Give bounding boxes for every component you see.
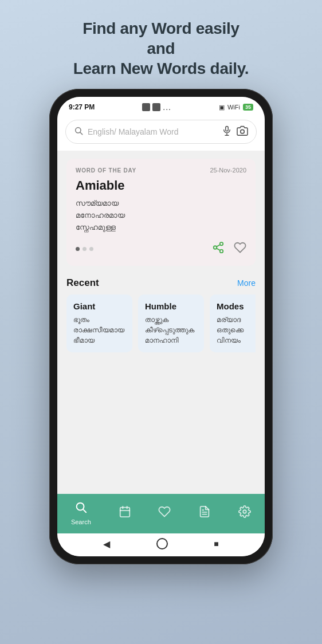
share-icon[interactable] [212, 241, 225, 257]
wotd-card: WORD OF THE DAY 25-Nov-2020 Amiable സൗമ്… [66, 159, 256, 266]
phone-screen: 9:27 PM ... ▣ WiFi 35 English/ Malayal [57, 97, 265, 556]
svg-line-10 [217, 245, 220, 247]
svg-point-5 [241, 129, 245, 133]
recent-card-modes[interactable]: Modes മര്യാദ ഒതുക്കെ വിനയം [210, 294, 256, 352]
android-nav: ◀ ■ [57, 533, 265, 556]
meaning-line1: സൗമ്യമായ [76, 199, 119, 207]
android-recent-btn[interactable]: ■ [214, 539, 218, 548]
wotd-date: 25-Nov-2020 [210, 167, 246, 174]
recent-title: Recent [66, 277, 99, 289]
phone-frame: 9:27 PM ... ▣ WiFi 35 English/ Malayal [49, 89, 273, 564]
notes-nav-icon [198, 505, 211, 521]
recent-meaning-humble: താഴ്ത്തുക കീഴ്പ്പെടുത്തുക മാനഹാനി [145, 315, 197, 345]
svg-line-12 [83, 509, 86, 512]
recent-card-humble[interactable]: Humble താഴ്ത്തുക കീഴ്പ്പെടുത്തുക മാനഹാനി [138, 294, 204, 352]
nav-search[interactable]: Search [62, 498, 100, 528]
wotd-word: Amiable [76, 178, 246, 193]
status-time: 9:27 PM [69, 103, 95, 111]
wifi-icon: WiFi [227, 104, 240, 111]
svg-rect-2 [226, 127, 229, 131]
android-back-btn[interactable]: ◀ [103, 539, 110, 549]
headline-line2: and [147, 40, 175, 57]
nav-favorites[interactable] [149, 503, 180, 524]
search-bar[interactable]: English/ Malayalam Word [65, 120, 257, 144]
search-icon [74, 126, 83, 138]
calendar-nav-icon [119, 505, 131, 521]
wotd-actions [212, 241, 246, 257]
recent-meaning-giant: ഭൂതം രാക്ഷസീയമായ ഭീമായ [73, 315, 125, 345]
signal-icon: ▣ [219, 104, 225, 111]
meaning-line3: സ്നേഹമുള്ള [76, 223, 116, 231]
notch-icon1 [142, 103, 150, 111]
search-placeholder: English/ Malayalam Word [88, 127, 217, 136]
main-content: WORD OF THE DAY 25-Nov-2020 Amiable സൗമ്… [57, 151, 265, 494]
wotd-header: WORD OF THE DAY 25-Nov-2020 [76, 167, 246, 174]
search-nav-icon [74, 501, 87, 517]
mic-icon[interactable] [222, 125, 232, 138]
gear-nav-icon [238, 505, 251, 521]
nav-notes[interactable] [189, 503, 220, 524]
notch-icon2 [152, 103, 160, 111]
svg-point-19 [243, 510, 246, 513]
wotd-footer [76, 241, 246, 257]
bottom-nav: Search [57, 494, 265, 533]
status-bar: 9:27 PM ... ▣ WiFi 35 [57, 97, 265, 115]
android-home-btn[interactable] [156, 538, 168, 549]
heart-nav-icon [158, 505, 171, 521]
camera-icon[interactable] [237, 125, 248, 138]
wotd-meaning: സൗമ്യമായ മനോഹരമായ സ്നേഹമുള്ള [76, 198, 246, 233]
meaning-line2: മനോഹരമായ [76, 211, 125, 219]
recent-meaning-modes: മര്യാദ ഒതുക്കെ വിനയം [217, 315, 256, 345]
notch-area: ... [142, 103, 171, 112]
svg-line-9 [217, 249, 220, 251]
heart-icon[interactable] [234, 241, 246, 257]
recent-section-header: Recent More [66, 277, 256, 289]
nav-settings[interactable] [229, 503, 260, 524]
recent-word-giant: Giant [73, 301, 125, 311]
status-icons: ▣ WiFi 35 [219, 104, 253, 111]
search-nav-label: Search [71, 519, 91, 525]
app-headline: Find any Word easily and Learn New Words… [62, 18, 261, 78]
nav-calendar[interactable] [109, 503, 140, 524]
headline-line1: Find any Word easily [83, 19, 239, 37]
dot-3 [89, 247, 93, 251]
recent-word-modes: Modes [217, 301, 256, 311]
recent-word-humble: Humble [145, 301, 197, 311]
recent-cards: Giant ഭൂതം രാക്ഷസീയമായ ഭീമായ Humble താഴ്… [66, 294, 256, 352]
battery-badge: 35 [243, 104, 253, 111]
wotd-label: WORD OF THE DAY [76, 167, 136, 174]
headline-line3: Learn New Words daily. [73, 60, 249, 77]
search-container: English/ Malayalam Word [57, 115, 265, 151]
dot-1 [76, 247, 80, 251]
more-link[interactable]: More [237, 278, 256, 288]
svg-rect-13 [120, 507, 129, 517]
dot-2 [83, 247, 87, 251]
svg-line-1 [80, 132, 83, 135]
wotd-dots [76, 247, 93, 251]
notch-dots: ... [163, 103, 171, 112]
recent-card-giant[interactable]: Giant ഭൂതം രാക്ഷസീയമായ ഭീമായ [66, 294, 132, 352]
